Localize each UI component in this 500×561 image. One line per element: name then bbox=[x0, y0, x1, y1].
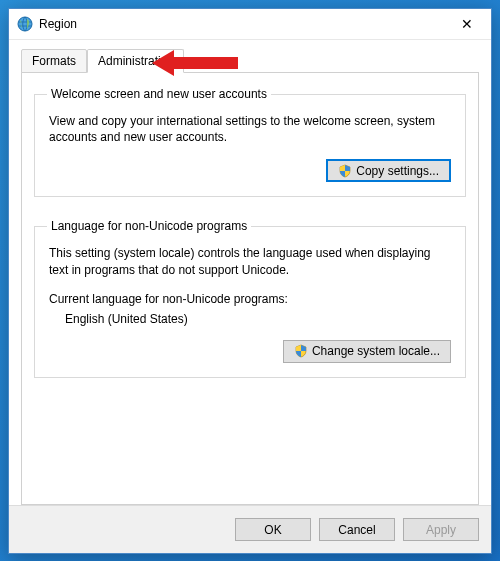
button-label: OK bbox=[264, 523, 281, 537]
ok-button[interactable]: OK bbox=[235, 518, 311, 541]
globe-icon bbox=[17, 16, 33, 32]
button-label: Apply bbox=[426, 523, 456, 537]
current-language-label: Current language for non-Unicode program… bbox=[49, 292, 451, 306]
tab-administrative[interactable]: Administrative bbox=[87, 49, 184, 73]
titlebar: Region ✕ bbox=[9, 9, 491, 40]
change-system-locale-button[interactable]: Change system locale... bbox=[283, 340, 451, 363]
apply-button[interactable]: Apply bbox=[403, 518, 479, 541]
current-language-value: English (United States) bbox=[65, 312, 451, 326]
shield-icon bbox=[294, 344, 308, 358]
dialog-footer: OK Cancel Apply bbox=[9, 505, 491, 553]
svg-point-0 bbox=[18, 17, 32, 31]
region-dialog: Region ✕ Formats Administrative Welcome … bbox=[8, 8, 492, 554]
close-icon: ✕ bbox=[461, 16, 473, 32]
group-non-unicode: Language for non-Unicode programs This s… bbox=[34, 219, 466, 377]
button-label: Change system locale... bbox=[312, 344, 440, 358]
group-description: View and copy your international setting… bbox=[49, 113, 451, 145]
group-welcome-screen: Welcome screen and new user accounts Vie… bbox=[34, 87, 466, 197]
shield-icon bbox=[338, 164, 352, 178]
group-description: This setting (system locale) controls th… bbox=[49, 245, 451, 277]
button-label: Copy settings... bbox=[356, 164, 439, 178]
tab-strip: Formats Administrative bbox=[21, 48, 479, 72]
group-legend: Welcome screen and new user accounts bbox=[47, 87, 271, 101]
tab-label: Administrative bbox=[98, 54, 173, 68]
cancel-button[interactable]: Cancel bbox=[319, 518, 395, 541]
tab-label: Formats bbox=[32, 54, 76, 68]
group-legend: Language for non-Unicode programs bbox=[47, 219, 251, 233]
close-button[interactable]: ✕ bbox=[445, 10, 489, 39]
tab-formats[interactable]: Formats bbox=[21, 49, 87, 73]
button-label: Cancel bbox=[338, 523, 375, 537]
tab-page-administrative: Welcome screen and new user accounts Vie… bbox=[21, 72, 479, 505]
window-title: Region bbox=[39, 17, 445, 31]
copy-settings-button[interactable]: Copy settings... bbox=[326, 159, 451, 182]
